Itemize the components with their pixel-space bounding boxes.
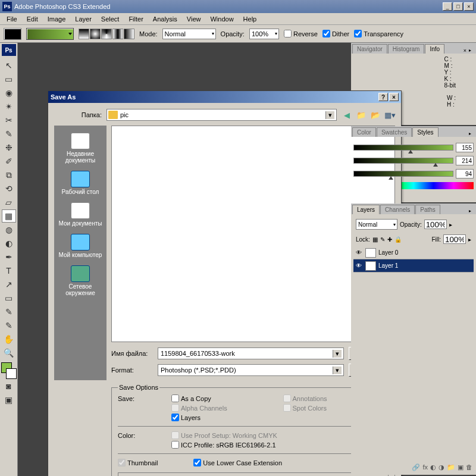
path-tool[interactable]: ↗ xyxy=(2,278,16,291)
gradient-tool[interactable]: ▦ xyxy=(2,209,16,223)
brush-tool[interactable]: ✐ xyxy=(2,155,16,168)
delete-layer-icon[interactable]: 🗑 xyxy=(466,464,472,471)
adjustment-layer-icon[interactable]: ◑ xyxy=(439,464,444,471)
menu-view[interactable]: View xyxy=(183,14,205,24)
reverse-checkbox[interactable]: Reverse xyxy=(284,30,318,37)
nav-view-icon[interactable]: ▦▾ xyxy=(384,109,395,120)
menu-filter[interactable]: Filter xyxy=(124,14,147,24)
tab-histogram[interactable]: Histogram xyxy=(388,44,425,54)
notes-tool[interactable]: ✎ xyxy=(2,305,16,318)
opacity-select[interactable]: 100% xyxy=(249,29,279,39)
place-network[interactable]: Сетевое окружение xyxy=(54,262,107,300)
new-layer-icon[interactable]: ▣ xyxy=(458,464,464,471)
heal-tool[interactable]: ❉ xyxy=(2,141,16,154)
slice-tool[interactable]: ✎ xyxy=(2,127,16,140)
place-recent[interactable]: Недавние документы xyxy=(54,129,107,167)
stamp-tool[interactable]: ⧉ xyxy=(2,168,16,181)
lock-position-icon[interactable]: ✎ xyxy=(380,236,385,243)
layer-style-icon[interactable]: fx xyxy=(422,464,428,471)
history-brush-tool[interactable]: ⟲ xyxy=(2,182,16,195)
visibility-icon[interactable]: 👁 xyxy=(356,249,363,256)
panel-close-icon[interactable]: × xyxy=(464,48,466,54)
dialog-close-button[interactable]: × xyxy=(389,93,399,101)
menu-file[interactable]: File xyxy=(2,14,21,24)
tab-paths[interactable]: Paths xyxy=(415,205,440,214)
link-layers-icon[interactable]: 🔗 xyxy=(412,464,420,471)
slider-r-value[interactable] xyxy=(456,143,474,152)
nav-new-folder-icon[interactable]: 📂 xyxy=(370,109,381,120)
layer-opacity-input[interactable] xyxy=(424,220,447,229)
place-network-label: Сетевое окружение xyxy=(55,283,105,296)
layer-row-1[interactable]: 👁 Layer 1 xyxy=(353,259,474,273)
transparency-checkbox[interactable]: Transparency xyxy=(354,30,403,37)
fill-input[interactable] xyxy=(443,234,466,244)
crop-tool[interactable]: ✂ xyxy=(2,114,16,127)
maximize-button[interactable]: □ xyxy=(453,2,463,11)
hand-tool[interactable]: ✋ xyxy=(2,333,16,346)
nav-back-icon[interactable]: ◀ xyxy=(342,109,352,120)
blend-mode-select[interactable]: Normal xyxy=(356,219,397,230)
pen-tool[interactable]: ✒ xyxy=(2,250,16,264)
gradient-preview[interactable] xyxy=(26,28,74,40)
lasso-tool[interactable]: ◉ xyxy=(2,86,16,99)
menu-select[interactable]: Select xyxy=(97,14,124,24)
menu-help[interactable]: Help xyxy=(239,14,261,24)
menu-analysis[interactable]: Analysis xyxy=(149,14,181,24)
format-select[interactable]: Photoshop (*.PSD;*.PDD) xyxy=(158,364,344,376)
layer-row-0[interactable]: 👁 Layer 0 xyxy=(353,246,474,259)
place-computer[interactable]: Мой компьютер xyxy=(54,230,107,262)
close-button[interactable]: × xyxy=(464,2,474,11)
zoom-tool[interactable]: 🔍 xyxy=(2,346,16,359)
eraser-tool[interactable]: ▱ xyxy=(2,196,16,209)
tab-color[interactable]: Color xyxy=(352,127,376,137)
panel-menu-icon[interactable]: ▸ xyxy=(469,208,475,214)
tab-layers[interactable]: Layers xyxy=(352,205,380,214)
place-desktop[interactable]: Рабочий стол xyxy=(54,167,107,199)
quickmask-tool[interactable]: ◙ xyxy=(2,380,16,393)
menu-edit[interactable]: Edit xyxy=(23,14,42,24)
tab-info[interactable]: Info xyxy=(425,44,444,54)
layer-mask-icon[interactable]: ◐ xyxy=(430,464,436,471)
dodge-tool[interactable]: ◐ xyxy=(2,237,16,250)
panel-menu-icon[interactable]: ▸ xyxy=(469,131,475,137)
blur-tool[interactable]: ◍ xyxy=(2,223,16,236)
menu-layer[interactable]: Layer xyxy=(71,14,96,24)
group-icon[interactable]: 📁 xyxy=(447,464,455,471)
minimize-button[interactable]: _ xyxy=(443,2,452,11)
shape-tool[interactable]: ▭ xyxy=(2,292,16,305)
tab-swatches[interactable]: Swatches xyxy=(377,127,412,137)
lowercase-checkbox[interactable]: Use Lower Case Extension xyxy=(193,459,282,466)
app-icon: Ps xyxy=(2,2,12,11)
type-tool[interactable]: T xyxy=(2,264,16,277)
menu-window[interactable]: Window xyxy=(206,14,237,24)
filename-input[interactable]: 1159804_66170533-work xyxy=(158,347,344,359)
menu-image[interactable]: Image xyxy=(43,14,70,24)
nav-up-icon[interactable]: 📁 xyxy=(356,109,367,120)
marquee-tool[interactable]: ▭ xyxy=(2,73,16,86)
color-swatches[interactable] xyxy=(1,362,17,379)
tab-navigator[interactable]: Navigator xyxy=(352,44,387,54)
mode-select[interactable]: Normal xyxy=(162,29,216,39)
dither-checkbox[interactable]: Dither xyxy=(322,30,349,37)
lock-icon[interactable]: 🔒 xyxy=(394,236,402,243)
slider-b-value[interactable] xyxy=(456,169,474,178)
place-mydocs[interactable]: Мои документы xyxy=(54,199,107,230)
eyedropper-tool[interactable]: ✎ xyxy=(2,319,16,332)
visibility-icon[interactable]: 👁 xyxy=(356,262,363,269)
as-copy-checkbox[interactable]: As a Copy xyxy=(171,394,277,402)
tab-styles[interactable]: Styles xyxy=(412,127,438,137)
tab-channels[interactable]: Channels xyxy=(380,205,415,214)
gradient-type-picker[interactable] xyxy=(79,29,134,39)
tool-preset[interactable] xyxy=(4,28,21,40)
format-value: Photoshop (*.PSD;*.PDD) xyxy=(161,367,236,374)
dialog-help-button[interactable]: ? xyxy=(378,93,388,101)
layers-checkbox[interactable]: Layers xyxy=(171,414,277,421)
lock-all-icon[interactable]: ✚ xyxy=(387,236,392,243)
lock-pixels-icon[interactable]: ▦ xyxy=(372,236,378,243)
slider-g-value[interactable] xyxy=(456,156,474,165)
folder-combo[interactable]: pic xyxy=(107,109,337,121)
panel-menu-icon[interactable]: ▸ xyxy=(469,48,475,54)
move-tool[interactable]: ↖ xyxy=(2,59,16,72)
screenmode-tool[interactable]: ▣ xyxy=(2,393,16,406)
wand-tool[interactable]: ✴ xyxy=(2,100,16,113)
